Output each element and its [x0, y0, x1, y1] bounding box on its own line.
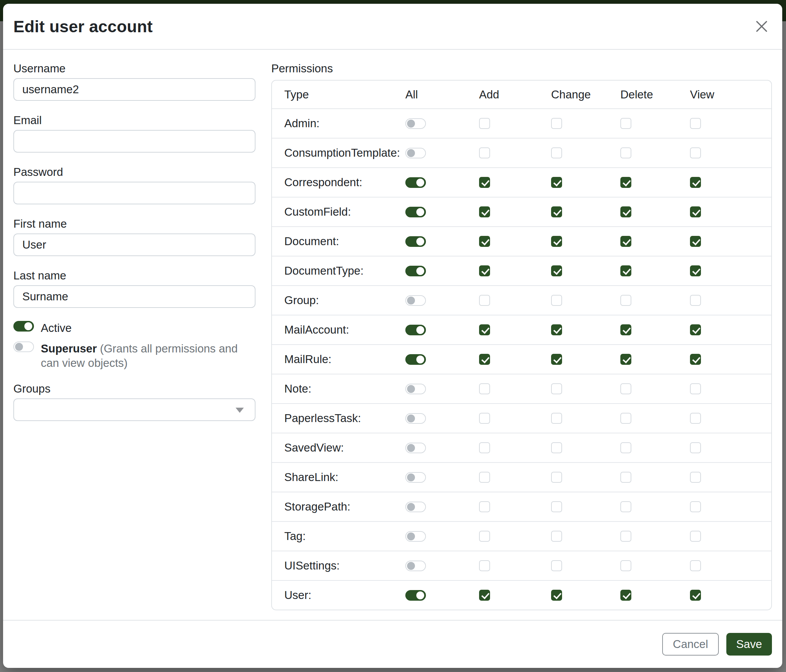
perm-view-checkbox[interactable] — [690, 354, 701, 365]
perm-view-checkbox[interactable] — [690, 295, 701, 306]
perm-change-checkbox[interactable] — [551, 295, 562, 306]
perm-change-checkbox[interactable] — [551, 501, 562, 512]
perm-add-checkbox[interactable] — [479, 354, 490, 365]
perm-delete-checkbox[interactable] — [620, 236, 631, 247]
perm-add-checkbox[interactable] — [479, 501, 490, 512]
perm-add-checkbox[interactable] — [479, 118, 490, 129]
perm-delete-checkbox[interactable] — [620, 442, 631, 453]
perm-view-checkbox[interactable] — [690, 206, 701, 217]
perm-delete-checkbox[interactable] — [620, 560, 631, 571]
perm-view-checkbox[interactable] — [690, 177, 701, 188]
toggle-knob — [407, 444, 415, 452]
perm-delete-checkbox[interactable] — [620, 531, 631, 542]
perm-all-toggle[interactable] — [406, 325, 426, 335]
perm-add-checkbox[interactable] — [479, 265, 490, 276]
perm-change-checkbox[interactable] — [551, 413, 562, 424]
perm-delete-checkbox[interactable] — [620, 206, 631, 217]
perm-all-toggle[interactable] — [406, 177, 426, 188]
perm-change-checkbox[interactable] — [551, 472, 562, 483]
chevron-down-icon — [236, 408, 244, 413]
toggle-knob — [15, 343, 23, 351]
perm-delete-checkbox[interactable] — [620, 413, 631, 424]
perm-delete-checkbox[interactable] — [620, 590, 631, 601]
perm-change-checkbox[interactable] — [551, 590, 562, 601]
perm-delete-checkbox[interactable] — [620, 354, 631, 365]
perm-change-checkbox[interactable] — [551, 236, 562, 247]
perm-delete-checkbox[interactable] — [620, 472, 631, 483]
perm-change-checkbox[interactable] — [551, 177, 562, 188]
perm-delete-checkbox[interactable] — [620, 265, 631, 276]
perm-all-toggle[interactable] — [406, 295, 426, 306]
perm-add-checkbox[interactable] — [479, 206, 490, 217]
save-button[interactable]: Save — [726, 633, 772, 656]
perm-delete-checkbox[interactable] — [620, 501, 631, 512]
perm-add-checkbox[interactable] — [479, 472, 490, 483]
perm-add-checkbox[interactable] — [479, 324, 490, 335]
perm-view-checkbox[interactable] — [690, 265, 701, 276]
perm-change-checkbox[interactable] — [551, 118, 562, 129]
perm-view-checkbox[interactable] — [690, 118, 701, 129]
perm-delete-checkbox[interactable] — [620, 177, 631, 188]
perm-view-checkbox[interactable] — [690, 148, 701, 159]
perm-change-checkbox[interactable] — [551, 354, 562, 365]
perm-all-toggle[interactable] — [406, 236, 426, 247]
perm-delete-checkbox[interactable] — [620, 118, 631, 129]
perm-change-checkbox[interactable] — [551, 265, 562, 276]
perm-add-checkbox[interactable] — [479, 590, 490, 601]
perm-add-checkbox[interactable] — [479, 383, 490, 394]
perm-view-checkbox[interactable] — [690, 236, 701, 247]
perm-add-checkbox[interactable] — [479, 531, 490, 542]
username-input[interactable] — [13, 78, 255, 101]
perm-view-checkbox[interactable] — [690, 501, 701, 512]
perm-all-toggle[interactable] — [406, 472, 426, 483]
email-input[interactable] — [13, 130, 255, 152]
perm-view-checkbox[interactable] — [690, 531, 701, 542]
perm-all-toggle[interactable] — [406, 118, 426, 129]
perm-view-checkbox[interactable] — [690, 442, 701, 453]
superuser-toggle[interactable] — [13, 341, 34, 352]
perm-add-checkbox[interactable] — [479, 177, 490, 188]
perm-change-checkbox[interactable] — [551, 531, 562, 542]
perm-change-checkbox[interactable] — [551, 383, 562, 394]
perm-all-toggle[interactable] — [406, 384, 426, 394]
perm-add-checkbox[interactable] — [479, 442, 490, 453]
perm-all-toggle[interactable] — [406, 590, 426, 601]
perm-change-checkbox[interactable] — [551, 206, 562, 217]
perm-all-toggle[interactable] — [406, 531, 426, 542]
perm-add-checkbox[interactable] — [479, 560, 490, 571]
perm-view-checkbox[interactable] — [690, 590, 701, 601]
perm-all-toggle[interactable] — [406, 561, 426, 571]
perm-delete-checkbox[interactable] — [620, 148, 631, 159]
perm-all-toggle[interactable] — [406, 354, 426, 365]
perm-add-checkbox[interactable] — [479, 413, 490, 424]
perm-change-checkbox[interactable] — [551, 560, 562, 571]
password-input[interactable] — [13, 182, 255, 204]
perm-view-checkbox[interactable] — [690, 472, 701, 483]
perm-delete-checkbox[interactable] — [620, 383, 631, 394]
perm-view-checkbox[interactable] — [690, 413, 701, 424]
perm-delete-checkbox[interactable] — [620, 295, 631, 306]
cancel-button[interactable]: Cancel — [662, 633, 719, 656]
perm-all-toggle[interactable] — [406, 502, 426, 512]
perm-delete-checkbox[interactable] — [620, 324, 631, 335]
first-name-input[interactable] — [13, 234, 255, 256]
perm-add-checkbox[interactable] — [479, 148, 490, 159]
perm-view-checkbox[interactable] — [690, 324, 701, 335]
perm-view-checkbox[interactable] — [690, 383, 701, 394]
last-name-input[interactable] — [13, 285, 255, 308]
perm-all-toggle[interactable] — [406, 148, 426, 159]
perm-view-checkbox[interactable] — [690, 560, 701, 571]
perm-change-checkbox[interactable] — [551, 442, 562, 453]
close-button[interactable] — [752, 17, 771, 36]
active-label: Active — [41, 321, 72, 335]
perm-add-checkbox[interactable] — [479, 236, 490, 247]
perm-all-toggle[interactable] — [406, 443, 426, 453]
perm-all-toggle[interactable] — [406, 207, 426, 217]
active-toggle[interactable] — [13, 321, 34, 331]
perm-add-checkbox[interactable] — [479, 295, 490, 306]
perm-change-checkbox[interactable] — [551, 148, 562, 159]
groups-select[interactable] — [13, 399, 255, 421]
perm-change-checkbox[interactable] — [551, 324, 562, 335]
perm-all-toggle[interactable] — [406, 413, 426, 424]
perm-all-toggle[interactable] — [406, 266, 426, 276]
